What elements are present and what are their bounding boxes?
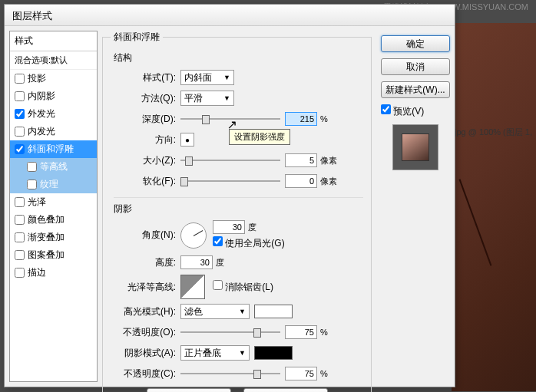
dialog-title: 图层样式 <box>5 5 455 26</box>
sidebar-label-9: 渐变叠加 <box>28 231 65 244</box>
preview-thumbnail <box>392 124 438 170</box>
sidebar-checkbox-3[interactable] <box>15 127 25 137</box>
sidebar-item-5[interactable]: 等高线 <box>10 158 97 176</box>
highlight-mode-label: 高光模式(H): <box>111 305 176 318</box>
size-label: 大小(Z): <box>111 154 176 167</box>
sidebar-label-5: 等高线 <box>40 160 68 173</box>
highlight-opacity-unit: % <box>320 328 328 337</box>
style-label: 样式(T): <box>111 71 176 84</box>
angle-unit: 度 <box>248 222 256 233</box>
sidebar-checkbox-1[interactable] <box>15 91 25 101</box>
sidebar-label-10: 图案叠加 <box>28 249 65 262</box>
shadow-color[interactable] <box>254 346 293 360</box>
sidebar-item-2[interactable]: 外发光 <box>10 105 97 123</box>
layer-style-dialog: 图层样式 样式 混合选项:默认 投影内阴影外发光内发光斜面和浮雕等高线纹理光泽颜… <box>4 4 455 387</box>
main-panel: 斜面和浮雕 结构 样式(T): 内斜面▼ 方法(Q): 平滑▼ 深度(D): <box>98 26 376 387</box>
highlight-opacity-input[interactable] <box>285 325 317 339</box>
sidebar-label-0: 投影 <box>28 72 46 85</box>
preview-check[interactable]: 预览(V) <box>381 104 450 118</box>
shadow-opacity-label: 不透明度(C): <box>111 367 176 380</box>
sidebar-checkbox-5[interactable] <box>27 162 37 172</box>
shadow-mode-label: 阴影模式(A): <box>111 347 176 360</box>
altitude-label: 高度: <box>111 256 176 269</box>
soften-input[interactable] <box>285 174 317 188</box>
depth-input[interactable] <box>285 112 317 126</box>
sidebar-label-7: 光泽 <box>28 196 46 209</box>
dropdown-icon: ▼ <box>223 94 230 102</box>
shadow-opacity-unit: % <box>320 369 328 378</box>
sidebar-label-1: 内阴影 <box>28 90 55 103</box>
background-canvas <box>452 23 536 391</box>
depth-label: 深度(D): <box>111 113 176 126</box>
contour-picker[interactable] <box>180 275 205 299</box>
bevel-group: 斜面和浮雕 结构 样式(T): 内斜面▼ 方法(Q): 平滑▼ 深度(D): <box>102 31 372 392</box>
soften-slider[interactable] <box>180 174 280 188</box>
dropdown-icon: ▼ <box>223 74 230 81</box>
direction-up[interactable]: ● <box>180 133 194 147</box>
sidebar-item-10[interactable]: 图案叠加 <box>10 246 97 264</box>
shadow-opacity-slider[interactable] <box>180 367 280 380</box>
angle-dial[interactable] <box>180 222 207 249</box>
ok-button[interactable]: 确定 <box>381 35 450 52</box>
sidebar-item-0[interactable]: 投影 <box>10 70 97 87</box>
soften-unit: 像素 <box>320 176 337 187</box>
size-unit: 像素 <box>320 155 337 166</box>
highlight-mode-select[interactable]: 滤色▼ <box>180 304 250 319</box>
dropdown-icon: ▼ <box>239 349 246 357</box>
angle-label: 角度(N): <box>111 229 176 242</box>
antialias-check[interactable]: 消除锯齿(L) <box>213 282 273 292</box>
sidebar-label-4: 斜面和浮雕 <box>28 143 74 156</box>
highlight-opacity-slider[interactable] <box>180 325 280 339</box>
sidebar-item-3[interactable]: 内发光 <box>10 123 97 140</box>
shadow-opacity-input[interactable] <box>285 367 317 380</box>
blend-options[interactable]: 混合选项:默认 <box>10 51 97 70</box>
bevel-legend: 斜面和浮雕 <box>111 31 163 44</box>
soften-label: 软化(F): <box>111 175 176 188</box>
reset-default-button[interactable]: 复位为默认值 <box>243 388 328 392</box>
sidebar-checkbox-9[interactable] <box>15 232 25 242</box>
sidebar-header[interactable]: 样式 <box>10 31 97 51</box>
tooltip: 设置阴影强度 <box>229 129 290 145</box>
document-tab: .jpg @ 100% (图层 1, <box>452 127 532 138</box>
direction-radios[interactable]: ● <box>180 133 194 147</box>
sidebar-checkbox-10[interactable] <box>15 250 25 260</box>
sidebar-item-1[interactable]: 内阴影 <box>10 87 97 105</box>
direction-label: 方向: <box>111 133 176 147</box>
size-input[interactable] <box>285 153 317 167</box>
cancel-button[interactable]: 取消 <box>381 58 450 75</box>
sidebar-checkbox-6[interactable] <box>27 180 37 189</box>
set-default-button[interactable]: 设置为默认值 <box>147 388 231 392</box>
method-select[interactable]: 平滑▼ <box>180 91 234 106</box>
sidebar-item-9[interactable]: 渐变叠加 <box>10 229 97 246</box>
altitude-unit: 度 <box>216 257 224 268</box>
sidebar-item-11[interactable]: 描边 <box>10 264 97 282</box>
shadow-mode-select[interactable]: 正片叠底▼ <box>180 345 250 361</box>
depth-unit: % <box>320 114 328 124</box>
sidebar-checkbox-11[interactable] <box>15 268 25 278</box>
styles-sidebar: 样式 混合选项:默认 投影内阴影外发光内发光斜面和浮雕等高线纹理光泽颜色叠加渐变… <box>9 31 98 382</box>
highlight-color[interactable] <box>254 305 293 318</box>
sidebar-checkbox-7[interactable] <box>15 197 25 207</box>
sidebar-checkbox-2[interactable] <box>15 109 25 119</box>
altitude-input[interactable] <box>180 255 213 269</box>
depth-slider[interactable] <box>180 112 280 126</box>
sidebar-item-7[interactable]: 光泽 <box>10 193 97 211</box>
sidebar-checkbox-8[interactable] <box>15 215 25 225</box>
sidebar-checkbox-0[interactable] <box>15 74 25 84</box>
global-light-check[interactable]: 使用全局光(G) <box>213 238 285 249</box>
structure-legend: 结构 <box>114 51 363 64</box>
highlight-opacity-label: 不透明度(O): <box>111 326 176 339</box>
size-slider[interactable] <box>180 153 280 167</box>
sidebar-item-6[interactable]: 纹理 <box>10 176 97 193</box>
sidebar-item-8[interactable]: 颜色叠加 <box>10 211 97 229</box>
shadow-legend: 阴影 <box>114 197 363 216</box>
sidebar-item-4[interactable]: 斜面和浮雕 <box>10 140 97 158</box>
new-style-button[interactable]: 新建样式(W)... <box>381 81 450 98</box>
angle-input[interactable] <box>213 220 245 234</box>
right-panel: 确定 取消 新建样式(W)... 预览(V) <box>376 26 455 387</box>
sidebar-label-11: 描边 <box>28 266 46 279</box>
sidebar-checkbox-4[interactable] <box>15 144 25 154</box>
sidebar-label-2: 外发光 <box>28 107 55 120</box>
style-select[interactable]: 内斜面▼ <box>180 70 234 85</box>
sidebar-label-3: 内发光 <box>28 125 55 138</box>
